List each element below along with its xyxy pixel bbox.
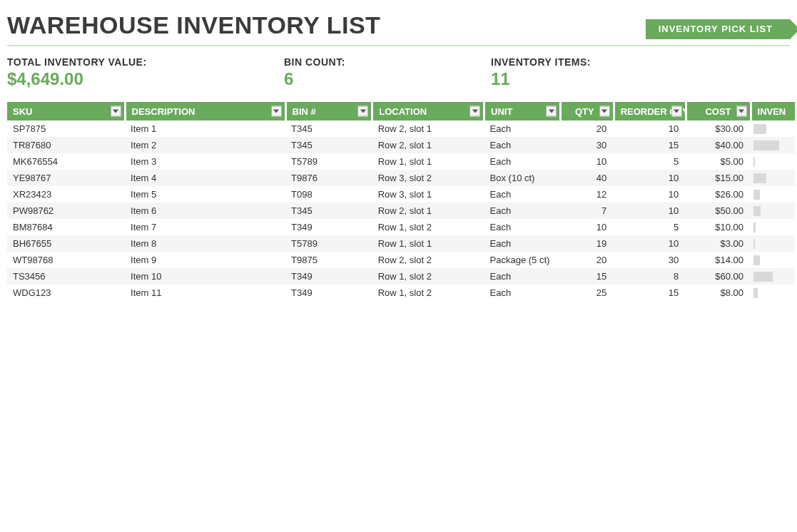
col-bin[interactable]: BIN # [285, 102, 372, 121]
col-unit[interactable]: UNIT [484, 102, 561, 121]
cell-qty: 15 [561, 268, 614, 285]
cell-inventory-bar [751, 285, 795, 301]
cell-cost: $5.00 [686, 153, 751, 170]
cell-description: Item 2 [125, 137, 285, 153]
cell-unit: Each [484, 137, 561, 153]
cell-description: Item 3 [125, 153, 285, 170]
table-row[interactable]: WT98768Item 9T9875Row 2, slot 2Package (… [7, 252, 795, 268]
cell-inventory-bar [751, 268, 795, 285]
cell-qty: 12 [561, 186, 614, 203]
table-row[interactable]: WDG123Item 11T349Row 1, slot 2Each2515$8… [7, 285, 795, 301]
data-bar [753, 173, 766, 183]
filter-icon[interactable] [271, 106, 282, 117]
cell-inventory-bar [751, 186, 795, 203]
cell-description: Item 10 [125, 268, 285, 285]
filter-icon[interactable] [736, 106, 747, 117]
cell-qty: 30 [561, 137, 614, 153]
cell-location: Row 2, slot 1 [372, 203, 484, 219]
inventory-pick-list-button[interactable]: INVENTORY PICK LIST [646, 19, 790, 39]
cell-description: Item 9 [125, 252, 285, 268]
col-sku[interactable]: SKU [7, 102, 125, 121]
col-qty[interactable]: QTY [561, 102, 614, 121]
data-bar [753, 288, 758, 298]
col-cost[interactable]: COST [686, 102, 751, 121]
cell-unit: Each [484, 268, 561, 285]
data-bar [753, 206, 761, 216]
cell-sku: WDG123 [7, 285, 125, 301]
cell-reorder-qty: 10 [614, 186, 686, 203]
cell-sku: SP7875 [7, 121, 125, 137]
cell-location: Row 1, slot 2 [372, 268, 484, 285]
cell-sku: XR23423 [7, 186, 125, 203]
table-row[interactable]: TR87680Item 2T345Row 2, slot 1Each3015$4… [7, 137, 795, 153]
cell-reorder-qty: 30 [614, 252, 686, 268]
table-row[interactable]: BH67655Item 8T5789Row 1, slot 1Each1910$… [7, 235, 795, 252]
cell-reorder-qty: 15 [614, 285, 686, 301]
cell-qty: 40 [561, 170, 614, 186]
cell-qty: 10 [561, 153, 614, 170]
bin-count-label: BIN COUNT: [284, 56, 491, 68]
cell-location: Row 1, slot 2 [372, 219, 484, 235]
cell-sku: BH67655 [7, 235, 125, 252]
cell-unit: Each [484, 285, 561, 301]
cell-location: Row 1, slot 1 [372, 235, 484, 252]
cell-reorder-qty: 15 [614, 137, 686, 153]
cell-inventory-bar [751, 203, 795, 219]
table-row[interactable]: MK676554Item 3T5789Row 1, slot 1Each105$… [7, 153, 795, 170]
filter-icon[interactable] [671, 106, 682, 117]
cell-bin: T5789 [285, 153, 372, 170]
cell-cost: $40.00 [686, 137, 751, 153]
table-row[interactable]: BM87684Item 7T349Row 1, slot 2Each105$10… [7, 219, 795, 235]
cell-qty: 20 [561, 252, 614, 268]
cell-description: Item 4 [125, 170, 285, 186]
cell-bin: T098 [285, 186, 372, 203]
cell-reorder-qty: 8 [614, 268, 686, 285]
cell-sku: BM87684 [7, 219, 125, 235]
filter-icon[interactable] [111, 106, 121, 117]
filter-icon[interactable] [469, 106, 480, 117]
filter-icon[interactable] [357, 106, 368, 117]
table-header-row: SKU DESCRIPTION BIN # LOCATION UNIT QTY … [7, 102, 795, 121]
cell-cost: $15.00 [686, 170, 751, 186]
cell-qty: 25 [561, 285, 614, 301]
header-divider [7, 45, 790, 46]
cell-location: Row 2, slot 2 [372, 252, 484, 268]
table-row[interactable]: TS3456Item 10T349Row 1, slot 2Each158$60… [7, 268, 795, 285]
cell-inventory-bar [751, 235, 795, 252]
table-row[interactable]: SP7875Item 1T345Row 2, slot 1Each2010$30… [7, 121, 795, 137]
cell-bin: T349 [285, 219, 372, 235]
cell-bin: T5789 [285, 235, 372, 252]
col-unit-label: UNIT [491, 106, 512, 117]
cell-cost: $3.00 [686, 235, 751, 252]
col-qty-label: QTY [575, 106, 594, 117]
table-row[interactable]: PW98762Item 6T345Row 2, slot 1Each710$50… [7, 203, 795, 219]
data-bar [753, 124, 766, 134]
cell-reorder-qty: 10 [614, 121, 686, 137]
cell-reorder-qty: 5 [614, 219, 686, 235]
cell-inventory-bar [751, 121, 795, 137]
table-row[interactable]: YE98767Item 4T9876Row 3, slot 2Box (10 c… [7, 170, 795, 186]
cell-bin: T9875 [285, 252, 372, 268]
summary-row: TOTAL INVENTORY VALUE: $4,649.00 BIN COU… [7, 56, 790, 89]
filter-icon[interactable] [546, 106, 557, 117]
table-row[interactable]: XR23423Item 5T098Row 3, slot 1Each1210$2… [7, 186, 795, 203]
col-location[interactable]: LOCATION [372, 102, 484, 121]
cell-unit: Each [484, 121, 561, 137]
data-bar [753, 140, 779, 150]
total-inventory-value: $4,649.00 [7, 69, 284, 89]
cell-reorder-qty: 10 [614, 170, 686, 186]
col-inventory-value[interactable]: INVEN [751, 102, 795, 121]
filter-icon[interactable] [599, 106, 610, 117]
cell-location: Row 2, slot 1 [372, 121, 484, 137]
cell-unit: Package (5 ct) [484, 252, 561, 268]
cell-reorder-qty: 5 [614, 153, 686, 170]
cell-location: Row 2, slot 1 [372, 137, 484, 153]
cell-description: Item 11 [125, 285, 285, 301]
cell-bin: T349 [285, 268, 372, 285]
cell-inventory-bar [751, 252, 795, 268]
cell-unit: Each [484, 186, 561, 203]
col-reorder-qty[interactable]: REORDER QTY [614, 102, 686, 121]
col-description[interactable]: DESCRIPTION [125, 102, 285, 121]
cell-cost: $26.00 [686, 186, 751, 203]
page-title: WAREHOUSE INVENTORY LIST [7, 11, 380, 39]
